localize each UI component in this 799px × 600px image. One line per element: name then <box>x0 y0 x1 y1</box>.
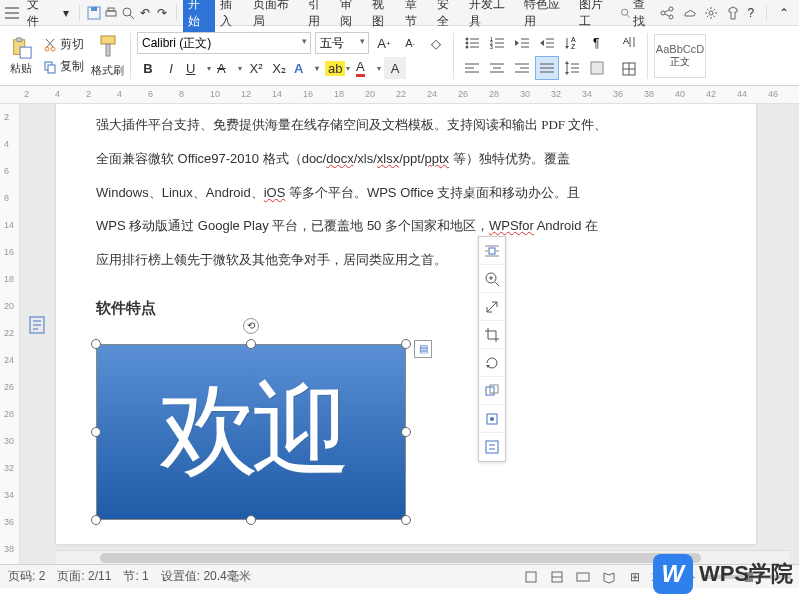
shading-button[interactable] <box>585 56 609 80</box>
file-menu[interactable]: 文件 <box>21 0 56 32</box>
align-right-button[interactable] <box>510 56 534 80</box>
status-page-count[interactable]: 页面: 2/11 <box>57 568 111 585</box>
cut-button[interactable]: 剪切 <box>40 35 87 54</box>
tab-special[interactable]: 特色应用 <box>519 0 574 34</box>
align-justify-button[interactable] <box>535 56 559 80</box>
tab-insert[interactable]: 插入 <box>215 0 247 34</box>
bullets-button[interactable] <box>460 31 484 55</box>
align-left-button[interactable] <box>460 56 484 80</box>
paragraph[interactable]: Windows、Linux、Android、iOS 等多个平台。WPS Offi… <box>96 176 716 210</box>
horizontal-ruler[interactable]: 2424681012141618202224262830323436384042… <box>0 86 799 104</box>
status-setting[interactable]: 设置值: 20.4毫米 <box>161 568 251 585</box>
indent-increase-button[interactable] <box>535 31 559 55</box>
tab-view[interactable]: 视图 <box>367 0 399 34</box>
resize-handle[interactable] <box>91 339 101 349</box>
paste-button[interactable]: 粘贴 <box>6 34 36 78</box>
preview-icon[interactable] <box>120 5 135 21</box>
font-name-select[interactable] <box>137 32 311 54</box>
sort-button[interactable]: AZ <box>560 31 584 55</box>
undo-icon[interactable]: ↶ <box>138 5 153 21</box>
subscript-button[interactable]: X₂ <box>268 57 290 79</box>
document-page[interactable]: 强大插件平台支持、免费提供海量在线存储空间及文档模板。支持阅读和输出 PDF 文… <box>56 104 756 544</box>
layout-options-icon[interactable]: ▤ <box>414 340 432 358</box>
effects-icon[interactable] <box>479 405 505 433</box>
tab-chapter[interactable]: 章节 <box>400 0 432 34</box>
view-outline-icon[interactable] <box>547 568 567 586</box>
tab-picture-tools[interactable]: 图片工 <box>574 0 618 34</box>
paragraph[interactable]: 强大插件平台支持、免费提供海量在线存储空间及文档模板。支持阅读和输出 PDF 文… <box>96 108 716 142</box>
replace-pic-icon[interactable] <box>479 377 505 405</box>
paragraph[interactable]: WPS 移动版通过 Google Play 平台，已覆盖地 50 多个国家和地区… <box>96 209 716 243</box>
copy-button[interactable]: 复制 <box>40 57 87 76</box>
resize-handle[interactable] <box>246 515 256 525</box>
share-icon[interactable] <box>660 6 674 20</box>
tab-home[interactable]: 开始 <box>183 0 215 34</box>
paragraph[interactable]: 全面兼容微软 Office97-2010 格式（doc/docx/xls/xls… <box>96 142 716 176</box>
style-normal[interactable]: AaBbCcD 正文 <box>654 34 706 78</box>
text-effect-button[interactable]: A <box>291 57 321 79</box>
underline-button[interactable]: U <box>183 57 213 79</box>
minimize-ribbon-icon[interactable]: ⌃ <box>779 6 789 20</box>
format-painter-icon[interactable] <box>97 34 119 60</box>
resize-handle[interactable] <box>91 515 101 525</box>
wrap-text-icon[interactable] <box>479 237 505 265</box>
skin-icon[interactable] <box>726 6 740 20</box>
tab-page-layout[interactable]: 页面布局 <box>248 0 303 34</box>
italic-button[interactable]: I <box>160 57 182 79</box>
redo-icon[interactable]: ↷ <box>155 5 170 21</box>
more-icon[interactable] <box>479 433 505 461</box>
clear-format-icon[interactable]: ◇ <box>425 32 447 54</box>
tab-review[interactable]: 审阅 <box>335 0 367 34</box>
font-size-select[interactable] <box>315 32 369 54</box>
strikethrough-button[interactable]: A <box>214 57 244 79</box>
settings-icon[interactable] <box>704 6 718 20</box>
numbering-button[interactable]: 123 <box>485 31 509 55</box>
resize-handle[interactable] <box>246 339 256 349</box>
zoom-icon[interactable] <box>479 265 505 293</box>
rotate-handle-icon[interactable]: ⟲ <box>243 318 259 334</box>
format-painter-label[interactable]: 格式刷 <box>91 63 124 78</box>
file-dropdown-icon[interactable]: ▾ <box>58 5 73 21</box>
search-button[interactable]: 查找 <box>620 0 652 30</box>
increase-font-icon[interactable]: A+ <box>373 32 395 54</box>
fit-page-icon[interactable]: ⊞ <box>625 568 645 586</box>
save-icon[interactable] <box>86 5 101 21</box>
rotate-icon[interactable] <box>479 349 505 377</box>
view-web-icon[interactable] <box>573 568 593 586</box>
resize-handle[interactable] <box>401 515 411 525</box>
borders-button[interactable] <box>617 57 641 81</box>
tabs-button[interactable]: A <box>617 30 641 54</box>
status-section[interactable]: 节: 1 <box>123 568 148 585</box>
heading[interactable]: 软件特点 <box>96 289 716 328</box>
highlight-button[interactable]: ab <box>322 57 352 79</box>
bold-button[interactable]: B <box>137 57 159 79</box>
scrollbar-thumb[interactable] <box>100 553 701 563</box>
align-center-button[interactable] <box>485 56 509 80</box>
view-read-icon[interactable] <box>599 568 619 586</box>
indent-decrease-button[interactable] <box>510 31 534 55</box>
show-marks-button[interactable]: ¶ <box>585 31 609 55</box>
paragraph[interactable]: 应用排行榜上领先于微软及其他竞争对手，居同类应用之首。 <box>96 243 716 277</box>
help-icon[interactable]: ? <box>748 6 755 20</box>
superscript-button[interactable]: X² <box>245 57 267 79</box>
side-panel-toggle[interactable] <box>26 310 48 340</box>
print-icon[interactable] <box>103 5 118 21</box>
font-color-button[interactable]: A <box>353 57 383 79</box>
tab-devtools[interactable]: 开发工具 <box>464 0 519 34</box>
menu-icon[interactable] <box>4 5 19 21</box>
resize-handle[interactable] <box>91 427 101 437</box>
resize-handle[interactable] <box>401 427 411 437</box>
resize-handle[interactable] <box>401 339 411 349</box>
tab-security[interactable]: 安全 <box>432 0 464 34</box>
line-spacing-button[interactable] <box>560 56 584 80</box>
crop-icon[interactable] <box>479 321 505 349</box>
view-print-icon[interactable] <box>521 568 541 586</box>
decrease-font-icon[interactable]: A- <box>399 32 421 54</box>
tab-reference[interactable]: 引用 <box>303 0 335 34</box>
status-page-no[interactable]: 页码: 2 <box>8 568 45 585</box>
cloud-icon[interactable] <box>682 6 696 20</box>
char-shading-button[interactable]: A <box>384 57 406 79</box>
resize-icon[interactable] <box>479 293 505 321</box>
wordart-object[interactable]: ⟲ ▤ 欢迎 <box>96 344 406 520</box>
vertical-ruler[interactable]: 246814161820222426283032343638 <box>0 104 20 564</box>
